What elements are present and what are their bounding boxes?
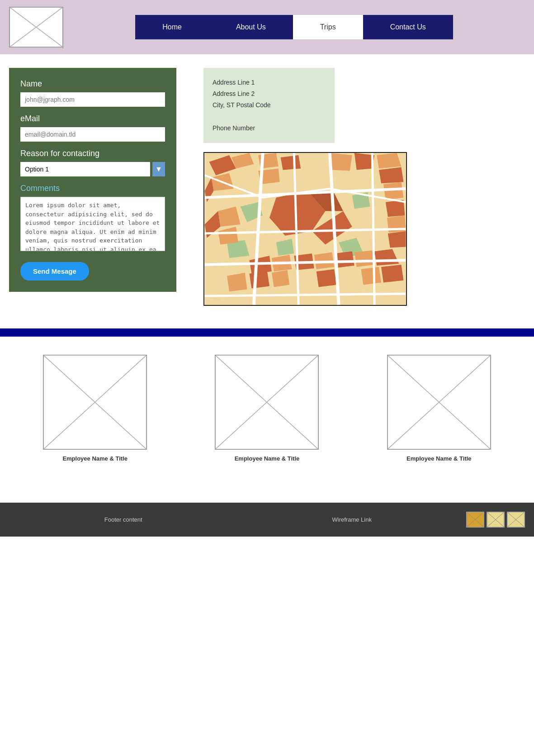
team-member-1: Employee Name & Title [41,355,149,462]
svg-marker-14 [377,153,401,169]
svg-marker-30 [354,250,374,267]
reason-select[interactable]: Option 1 Option 2 Option 3 [20,162,150,176]
logo-icon [9,7,63,47]
svg-marker-12 [330,153,352,171]
address-line1: Address Line 1 [213,77,326,88]
email-label: eMail [20,114,165,124]
contact-form: Name eMail Reason for contacting Option … [9,68,176,292]
employee-photo-1 [43,355,147,450]
nav-trips[interactable]: Trips [293,15,363,39]
address-city: City, ST Postal Code [213,100,326,111]
svg-marker-33 [249,271,269,289]
blue-divider [0,328,534,337]
svg-marker-32 [227,273,247,292]
name-label: Name [20,79,165,89]
employee-name-3: Employee Name & Title [406,455,472,462]
team-member-2: Employee Name & Title [213,355,321,462]
svg-marker-15 [379,167,403,184]
send-button[interactable]: Send Mesage [20,262,89,281]
footer-icon-3 [507,512,525,528]
header: Home About Us Trips Contact Us [0,0,534,54]
svg-marker-39 [386,200,405,217]
nav-about[interactable]: About Us [209,15,293,39]
employee-photo-2 [215,355,319,450]
address-phone: Phone Number [213,123,326,134]
svg-marker-37 [381,265,403,283]
comments-label: Comments [20,184,165,193]
email-input[interactable] [20,127,165,142]
map-svg [204,153,406,305]
employee-photo-3 [387,355,491,450]
footer-icon-2 [487,512,505,528]
footer-icon-1 [466,512,484,528]
team-member-3: Employee Name & Title [385,355,493,462]
svg-marker-38 [383,182,403,200]
comments-textarea[interactable]: Lorem ipsum dolor sit amet, consectetur … [20,197,165,251]
team-section: Employee Name & Title Employee Name & Ti… [0,337,534,475]
name-input[interactable] [20,92,165,107]
employee-name-1: Employee Name & Title [62,455,128,462]
reason-label: Reason for contacting [20,149,165,158]
footer-link[interactable]: Wireframe Link [238,516,467,523]
svg-marker-36 [361,267,381,285]
footer-content: Footer content [9,516,238,523]
nav-contact[interactable]: Contact Us [363,15,453,39]
reason-select-wrapper: Option 1 Option 2 Option 3 ▼ [20,162,165,176]
svg-marker-10 [281,155,301,170]
nav-bar: Home About Us Trips Contact Us [135,15,453,39]
address-line2: Address Line 2 [213,88,326,100]
main-content: Name eMail Reason for contacting Option … [0,54,534,319]
footer: Footer content Wireframe Link [0,503,534,537]
nav-home[interactable]: Home [135,15,209,39]
map-container [203,152,407,306]
employee-name-2: Employee Name & Title [235,455,300,462]
navigation: Home About Us Trips Contact Us [63,15,525,39]
svg-marker-34 [272,270,290,287]
right-column: Address Line 1 Address Line 2 City, ST P… [203,68,525,306]
select-dropdown-btn[interactable]: ▼ [152,162,165,176]
logo [9,7,63,48]
address-box: Address Line 1 Address Line 2 City, ST P… [203,68,335,143]
footer-icons [466,512,525,528]
svg-marker-35 [317,269,336,287]
svg-marker-41 [388,231,406,248]
